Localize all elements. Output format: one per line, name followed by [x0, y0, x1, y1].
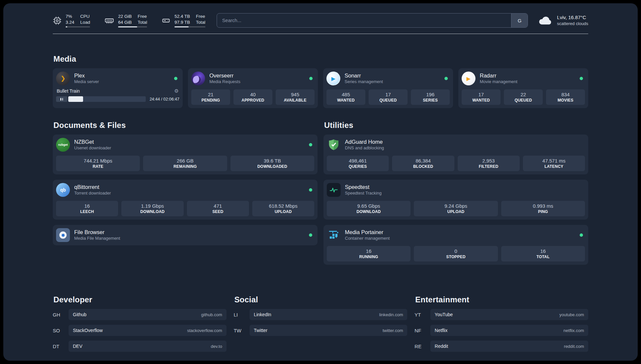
stat-tile: 17 QUEUED	[369, 89, 408, 105]
nzbget-card[interactable]: nzbget NZBGet Usenet downloader 744.21 M…	[53, 135, 318, 174]
stat-tile: 16 TOTAL	[501, 246, 585, 261]
weather-condition: scattered clouds	[557, 21, 588, 27]
stat-tile: 86,384 BLOCKED	[392, 156, 454, 171]
radarr-card[interactable]: ▶ Radarr Movie management 17 WANTED	[458, 68, 588, 108]
service-name: Sonarr	[345, 72, 383, 79]
pause-button[interactable]	[56, 96, 67, 102]
stat-tile: 39.6 TB DOWNLOADED	[230, 156, 314, 171]
bookmark-row: YT YouTube youtube.com	[414, 309, 588, 320]
bookmark-row: SO StackOverflow stackoverflow.com	[53, 325, 227, 336]
bookmark-row: LI LinkedIn linkedin.com	[234, 309, 408, 320]
search-provider-button[interactable]: G	[511, 14, 528, 27]
filebrowser-card[interactable]: File Browser Media File Management	[53, 225, 318, 245]
cpu-icon	[53, 16, 62, 25]
adguard-card[interactable]: AdGuard Home DNS and adblocking 498,461 …	[323, 135, 588, 174]
cpu-load-label: Load	[80, 19, 90, 25]
service-name: Speedtest	[345, 184, 382, 191]
bookmark-linkedin[interactable]: LinkedIn linkedin.com	[250, 309, 408, 320]
plex-now-playing: Bullet Train ⚙ 24:44 / 02:06:47	[56, 88, 179, 102]
bookmark-row: TW Twitter twitter.com	[234, 325, 408, 336]
stat-tile: 744.21 Mbps RATE	[56, 156, 140, 171]
service-name: NZBGet	[74, 138, 111, 145]
disk-progress-bar	[174, 26, 205, 27]
memory-free-label: Free	[138, 14, 147, 19]
sonarr-card[interactable]: ▶ Sonarr Series management 485 WANTED	[323, 68, 453, 108]
bookmark-github[interactable]: Github github.com	[69, 309, 227, 320]
memory-free-value: 22 GiB	[118, 14, 132, 19]
bookmark-row: GH Github github.com	[53, 309, 227, 320]
stat-tile: 17 WANTED	[462, 89, 501, 105]
entertainment-bookmarks: Entertainment YT YouTube youtube.com NF …	[414, 295, 588, 356]
bookmark-abbr: SO	[53, 328, 69, 333]
cpu-usage-label: CPU	[80, 14, 90, 19]
stat-tile: 618.52 Mbps UPLOAD	[252, 201, 314, 216]
social-section-title: Social	[234, 295, 408, 304]
stat-tile: 0.993 ms PING	[501, 201, 585, 216]
stat-tile: 471 SEED	[187, 201, 249, 216]
service-subtitle: Media server	[74, 79, 99, 85]
stat-tile: 1.19 Gbps DOWNLOAD	[121, 201, 183, 216]
speedtest-card[interactable]: Speedtest Speedtest Tracking 9.65 Gbps D…	[323, 180, 588, 220]
resource-widgets: 7% CPU 3.24 Load	[53, 14, 205, 27]
documents-section: Documents & Files nzbget NZBGet Usenet d…	[53, 121, 318, 265]
utilities-section: Utilities	[323, 121, 588, 265]
status-dot	[309, 233, 312, 237]
bookmark-netflix[interactable]: Netflix netflix.com	[430, 325, 588, 336]
playback-time: 24:44 / 02:06:47	[150, 97, 179, 102]
playback-progress-bar[interactable]	[68, 96, 146, 102]
stat-tile: 0 STOPPED	[414, 246, 498, 261]
stat-tile: 196 SERIES	[411, 89, 450, 105]
status-dot	[580, 233, 583, 237]
topbar-divider	[53, 34, 588, 34]
stat-tile: 834 MOVIES	[546, 89, 585, 105]
entertainment-section-title: Entertainment	[415, 295, 588, 304]
documents-section-title: Documents & Files	[53, 121, 318, 130]
stat-tile: 485 WANTED	[326, 89, 365, 105]
search-input[interactable]	[217, 14, 511, 27]
top-bar: 7% CPU 3.24 Load	[53, 3, 588, 28]
overseerr-card[interactable]: Overseerr Media Requests 21 PENDING 40 A…	[188, 68, 318, 108]
stat-tile: 47.571 ms LATENCY	[523, 156, 585, 171]
bookmark-twitter[interactable]: Twitter twitter.com	[250, 325, 408, 336]
service-subtitle: Container management	[345, 236, 390, 241]
status-dot	[309, 188, 312, 192]
bookmark-dev[interactable]: DEV dev.to	[69, 341, 227, 352]
weather-location: Lviv, 16.87°C	[557, 14, 588, 21]
utilities-section-title: Utilities	[324, 121, 588, 130]
developer-bookmarks: Developer GH Github github.com SO StackO…	[53, 295, 227, 356]
qbittorrent-card[interactable]: qb qBittorrent Torrent downloader 16 LEE…	[53, 180, 318, 220]
service-name: qBittorrent	[74, 184, 111, 191]
status-dot	[309, 77, 313, 80]
bookmark-stackoverflow[interactable]: StackOverflow stackoverflow.com	[69, 325, 227, 336]
stat-tile: 2,953 FILTERED	[458, 156, 520, 171]
bookmark-reddit[interactable]: Reddit reddit.com	[430, 341, 588, 352]
bookmark-abbr: GH	[53, 312, 69, 318]
now-playing-title: Bullet Train	[57, 88, 80, 94]
gear-icon[interactable]: ⚙	[174, 88, 179, 94]
bookmark-abbr: TW	[234, 328, 250, 333]
service-name: File Browser	[74, 229, 120, 236]
adguard-shield-icon	[327, 138, 341, 152]
service-subtitle: Movie management	[480, 79, 517, 85]
service-subtitle: Speedtest Tracking	[345, 191, 382, 196]
stat-tile: 16 RUNNING	[327, 246, 411, 261]
memory-widget: 22 GiB Free 64 GiB Total	[105, 14, 147, 27]
stat-tile: 945 AVAILABLE	[276, 89, 315, 105]
status-dot	[580, 77, 583, 80]
weather-widget: Lviv, 16.87°C scattered clouds	[538, 14, 588, 27]
bookmark-abbr: YT	[414, 312, 430, 318]
memory-progress-bar	[118, 26, 147, 27]
bookmark-youtube[interactable]: YouTube youtube.com	[430, 309, 588, 320]
nzbget-icon: nzbget	[56, 138, 70, 152]
cpu-usage-value: 7%	[66, 14, 74, 19]
disk-icon	[162, 16, 170, 25]
stat-tile: 22 QUEUED	[504, 89, 543, 105]
stat-tile: 498,461 QUERIES	[327, 156, 389, 171]
plex-card[interactable]: ❯ Plex Media server Bullet Train ⚙	[53, 68, 183, 108]
service-name: Plex	[74, 72, 99, 79]
social-bookmarks: Social LI LinkedIn linkedin.com TW Twitt…	[234, 295, 408, 356]
service-subtitle: Torrent downloader	[74, 191, 111, 196]
service-subtitle: Media Requests	[209, 79, 240, 85]
media-section: Media ❯ Plex Media server Bullet Tr	[53, 54, 588, 108]
portainer-card[interactable]: Media Portainer Container management 16 …	[323, 225, 588, 265]
